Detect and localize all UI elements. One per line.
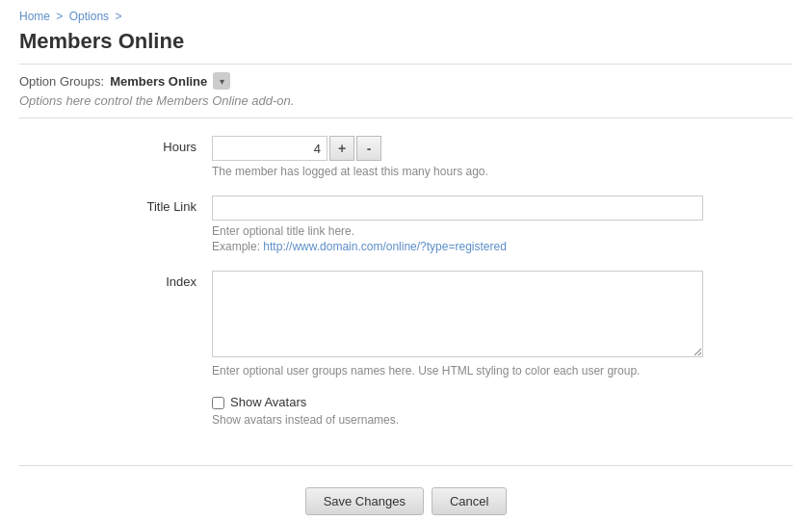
form-section: Hours + - The member has logged at least… <box>19 126 793 454</box>
show-avatars-control-area: Show Avatars Show avatars instead of use… <box>212 395 793 427</box>
title-link-hint: Enter optional title link here. <box>212 224 793 238</box>
divider-bottom <box>19 465 793 466</box>
option-group-row: Option Groups: Members Online ▾ <box>19 72 793 90</box>
hours-input-group: + - <box>212 136 793 161</box>
hours-row: Hours + - The member has logged at least… <box>19 136 793 178</box>
option-group-dropdown[interactable]: ▾ <box>213 72 230 90</box>
hours-increment-button[interactable]: + <box>329 136 354 161</box>
show-avatars-label: Show Avatars <box>230 395 306 409</box>
show-avatars-spacer <box>19 395 212 399</box>
show-avatars-checkbox-row: Show Avatars <box>212 395 793 409</box>
breadcrumb-options[interactable]: Options <box>69 10 109 23</box>
example-url: http://www.domain.com/online/?type=regis… <box>263 240 506 253</box>
index-hint: Enter optional user groups names here. U… <box>212 364 793 378</box>
hours-input[interactable] <box>212 136 327 161</box>
option-group-value: Members Online <box>110 74 207 89</box>
divider-top <box>19 64 793 65</box>
description-text: Options here control the Members Online … <box>19 93 793 108</box>
hours-control-area: + - The member has logged at least this … <box>212 136 793 178</box>
show-avatars-checkbox[interactable] <box>212 397 224 409</box>
index-textarea[interactable] <box>212 271 703 357</box>
divider-middle <box>19 117 793 118</box>
hours-label: Hours <box>19 136 212 154</box>
show-avatars-hint: Show avatars instead of usernames. <box>212 413 793 427</box>
title-link-control-area: Enter optional title link here. Example:… <box>212 195 793 253</box>
breadcrumb: Home > Options > <box>19 10 793 23</box>
hours-decrement-button[interactable]: - <box>356 136 381 161</box>
option-group-label: Option Groups: <box>19 74 104 89</box>
title-link-example: Example: http://www.domain.com/online/?t… <box>212 240 793 253</box>
index-row: Index Enter optional user groups names h… <box>19 271 793 378</box>
page-title: Members Online <box>19 29 793 54</box>
breadcrumb-sep2: > <box>115 10 121 23</box>
breadcrumb-home[interactable]: Home <box>19 10 50 23</box>
show-avatars-row: Show Avatars Show avatars instead of use… <box>19 395 793 427</box>
breadcrumb-sep1: > <box>56 10 63 23</box>
hours-hint: The member has logged at least this many… <box>212 165 793 178</box>
title-link-label: Title Link <box>19 195 212 214</box>
index-label: Index <box>19 271 212 289</box>
title-link-row: Title Link Enter optional title link her… <box>19 195 793 253</box>
index-control-area: Enter optional user groups names here. U… <box>212 271 793 378</box>
button-row: Save Changes Cancel <box>19 478 793 521</box>
title-link-input[interactable] <box>212 195 703 221</box>
example-prefix: Example: <box>212 240 263 253</box>
save-button[interactable]: Save Changes <box>305 487 424 515</box>
cancel-button[interactable]: Cancel <box>432 487 507 515</box>
